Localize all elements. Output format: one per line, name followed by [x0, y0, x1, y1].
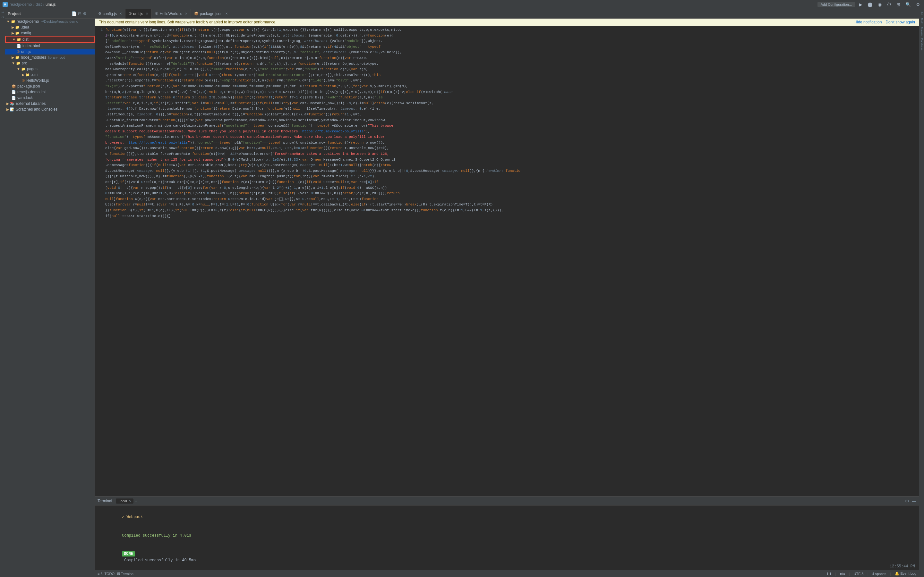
- tab-config-js[interactable]: ⚙ config.js ✕: [95, 9, 126, 19]
- title-bar: R reactjs-demo › dist › umi.js Add Confi…: [0, 0, 924, 9]
- tree-item-yarn-lock[interactable]: 📄 yarn.lock: [5, 95, 95, 101]
- tree-item-helloworld[interactable]: ① HelloWorld.js: [5, 77, 95, 83]
- tree-item-root[interactable]: ▼ 📁 reactjs-demo ~/Desktop/reactjs-demo: [5, 19, 95, 24]
- folder-icon: ▶ 📚: [6, 102, 15, 106]
- add-terminal-button[interactable]: +: [135, 498, 137, 504]
- compiled-success: Compiled successfully in 4.01s: [122, 533, 191, 538]
- tree-item-umi-folder[interactable]: ▶ 📁 .umi: [5, 72, 95, 77]
- tree-label-root: reactjs-demo: [17, 19, 39, 24]
- umi-icon: ①: [129, 11, 132, 16]
- tab-close-hw[interactable]: ✕: [185, 12, 187, 15]
- coverage-button[interactable]: ◉: [877, 1, 883, 8]
- status-todo[interactable]: ≡ 6: TODO: [97, 572, 115, 576]
- status-sep1: |: [835, 572, 836, 576]
- tab-close-pkg[interactable]: ✕: [225, 12, 228, 15]
- tree-label-pages: pages: [27, 67, 37, 71]
- tab-umi-js[interactable]: ① umi.js ✕: [126, 9, 152, 19]
- status-charset: UTF-8: [853, 572, 863, 576]
- right-strip-database[interactable]: Database: [919, 37, 924, 52]
- file-tree: ▼ 📁 reactjs-demo ~/Desktop/reactjs-demo …: [5, 19, 95, 577]
- tab-package-json[interactable]: 📦 package.json ✕: [191, 9, 231, 19]
- add-config-button[interactable]: Add Configuration...: [817, 2, 855, 7]
- right-strip-maven[interactable]: Maven: [919, 26, 924, 37]
- debug-button[interactable]: ⬤: [866, 1, 874, 8]
- done-badge: DONE: [122, 551, 135, 556]
- config-icon: ⚙: [98, 11, 102, 16]
- folder-icon: ▶ 📁: [11, 55, 19, 60]
- settings-button[interactable]: ⚙: [915, 1, 921, 8]
- tree-item-node-modules[interactable]: ▶ 📁 node_modules library root: [5, 55, 95, 60]
- tree-item-index-html[interactable]: 📄 index.html: [5, 43, 95, 49]
- terminal-line-compiled: Compiled successfully in 4.01s: [99, 527, 915, 545]
- new-file-icon[interactable]: 📄: [71, 11, 77, 16]
- line-number: 1: [95, 27, 103, 33]
- notification-bar: This document contains very long lines. …: [95, 19, 919, 26]
- minimize-icon[interactable]: —: [88, 11, 92, 16]
- tree-item-iml[interactable]: 📄 reactjs-demo.iml: [5, 89, 95, 95]
- code-content[interactable]: function(e){var t={};function n(r){if(t[…: [105, 27, 919, 495]
- tree-item-umi-js[interactable]: ① umi.js: [5, 49, 95, 55]
- tab-helloworld[interactable]: ① HelloWorld.js ✕: [152, 9, 191, 19]
- breadcrumb-file: umi.js: [45, 2, 55, 7]
- terminal-tab-close[interactable]: ✕: [128, 499, 131, 503]
- terminal-content: ✓ Webpack Compiled successfully in 4.01s…: [95, 506, 919, 570]
- tab-label-helloworld: HelloWorld.js: [160, 11, 182, 16]
- tree-label-idea: .idea: [21, 25, 29, 29]
- file-icon: 📄: [11, 90, 16, 94]
- editor-area[interactable]: 1 function(e){var t={};function n(r){if(…: [95, 26, 919, 496]
- tab-close-config[interactable]: ✕: [120, 12, 122, 15]
- settings-icon[interactable]: ⚙: [905, 498, 909, 504]
- tree-item-dist[interactable]: ▼ 📁 dist: [5, 36, 95, 43]
- tab-close-umi[interactable]: ✕: [145, 12, 148, 15]
- collapse-all-icon[interactable]: ⊟: [78, 11, 81, 16]
- breadcrumb: reactjs-demo › dist › umi.js: [10, 2, 55, 7]
- tab-label-config: config.js: [103, 11, 117, 16]
- tree-item-src[interactable]: ▼ 📁 src: [5, 60, 95, 66]
- run-button[interactable]: ▶: [858, 1, 864, 8]
- terminal-tab-local[interactable]: Local ✕: [116, 498, 133, 504]
- strip-tab-2[interactable]: 2: [0, 15, 5, 19]
- html-icon: 📄: [17, 44, 21, 48]
- minimize-terminal-icon[interactable]: —: [912, 498, 916, 504]
- dont-show-link[interactable]: Don't show again: [885, 20, 915, 24]
- tree-item-package-json[interactable]: 📦 package.json: [5, 83, 95, 89]
- status-position: 1:1: [827, 572, 831, 576]
- strip-tab-1[interactable]: 1: [0, 10, 5, 15]
- folder-icon: ▶ 📁: [11, 31, 19, 35]
- library-root-label: library root: [48, 55, 65, 59]
- tree-path: ~/Desktop/reactjs-demo: [41, 19, 78, 23]
- file-icon: 📄: [11, 96, 16, 100]
- hide-notification-link[interactable]: Hide notification: [855, 20, 882, 24]
- terminal-icon: ⊟: [117, 572, 120, 576]
- title-actions: Add Configuration... ▶ ⬤ ◉ ⏱ ⊞ 🔍 ⚙: [817, 1, 921, 8]
- tree-item-config[interactable]: ▶ 📁 config: [5, 30, 95, 36]
- tree-label-umi-folder: .umi: [31, 73, 39, 77]
- tree-label-yarn-lock: yarn.lock: [17, 95, 33, 100]
- folder-icon: ▶ 📁: [22, 73, 30, 77]
- tree-label-config: config: [21, 31, 31, 35]
- app-logo: R: [3, 2, 8, 7]
- tree-item-ext-libs[interactable]: ▶ 📚 External Libraries: [5, 101, 95, 106]
- timestamp: 12:55:44 PM: [890, 564, 915, 570]
- terminal-line-done: DONE Compiled successfully in 4015ms 12:…: [99, 545, 915, 570]
- status-sep2: |: [849, 572, 850, 576]
- notification-text: This document contains very long lines. …: [99, 20, 855, 24]
- json-icon: 📦: [11, 84, 16, 89]
- terminal-tab-label: Local: [118, 499, 127, 503]
- project-panel: Project 📄 ⊟ ⚙ — ▼ 📁 reactjs-demo ~/Deskt…: [5, 9, 95, 577]
- tree-label-helloworld: HelloWorld.js: [26, 78, 49, 83]
- right-strip-art[interactable]: Art: [919, 10, 924, 17]
- right-strip-build[interactable]: Build: [919, 17, 924, 26]
- line-numbers: 1: [95, 27, 105, 495]
- profile-button[interactable]: ⏱: [885, 1, 893, 8]
- tree-item-pages[interactable]: ▼ 📁 pages: [5, 66, 95, 72]
- tree-label-dist: dist: [23, 37, 29, 42]
- layout-button[interactable]: ⊞: [895, 1, 901, 8]
- status-terminal[interactable]: ⊟ Terminal: [117, 572, 134, 576]
- tree-item-idea[interactable]: ▶ 📁 .idea: [5, 24, 95, 30]
- search-button[interactable]: 🔍: [904, 1, 912, 8]
- gear-icon[interactable]: ⚙: [83, 11, 87, 16]
- tree-item-scratches[interactable]: ▶ 📝 Scratches and Consoles: [5, 106, 95, 112]
- tree-label-package-json: package.json: [17, 84, 40, 89]
- event-log-link[interactable]: 🔔 Event Log: [895, 572, 916, 576]
